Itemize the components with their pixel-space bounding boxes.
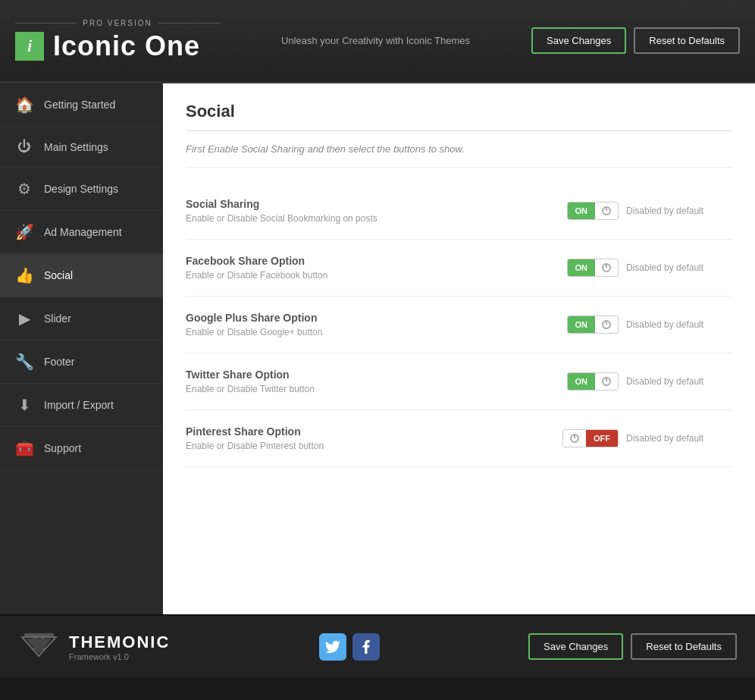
toggle-on-btn-pin[interactable] [563, 430, 586, 447]
pro-version-bar: PRO VERSION [15, 19, 220, 27]
logo-area: PRO VERSION i Iconic One [15, 19, 220, 62]
pro-line-left [15, 23, 77, 24]
setting-desc-social-sharing: Enable or Disable Social Bookmarking on … [186, 213, 567, 224]
setting-info-twitter-share: Twitter Share Option Enable or Disable T… [186, 369, 567, 394]
footer: THEMONIC Framework v1.0 Save Changes Res… [0, 614, 755, 677]
toggle-pinterest-share[interactable]: OFF [562, 429, 619, 447]
sidebar-item-footer[interactable]: 🔧 Footer [0, 341, 163, 384]
home-icon: 🏠 [15, 96, 33, 114]
sidebar-item-support[interactable]: 🧰 Support [0, 427, 163, 470]
footer-brand-name: THEMONIC [69, 633, 170, 652]
twitter-icon [325, 641, 340, 653]
header-save-button[interactable]: Save Changes [531, 27, 626, 54]
sidebar-label-getting-started: Getting Started [44, 99, 115, 111]
setting-name-facebook-share: Facebook Share Option [186, 255, 567, 267]
content-inner: Social First Enable Social Sharing and t… [163, 83, 755, 614]
setting-control-facebook-share: ON Disabled by default [567, 259, 718, 277]
setting-name-pinterest-share: Pinterest Share Option [186, 425, 562, 438]
setting-control-twitter-share: ON Disabled by default [567, 372, 718, 391]
footer-version-label: Framework v1.0 [69, 652, 170, 661]
main-layout: 🏠 Getting Started ⏻ Main Settings ⚙ Desi… [0, 83, 755, 614]
setting-control-social-sharing: ON Disabled by default [567, 202, 718, 220]
sidebar-item-social[interactable]: 👍 Social [0, 254, 163, 297]
setting-row-twitter-share: Twitter Share Option Enable or Disable T… [186, 353, 732, 410]
power-off-icon [601, 206, 612, 216]
power-icon: ⏻ [15, 139, 33, 155]
toggle-off-btn-gp[interactable] [595, 316, 618, 333]
setting-name-twitter-share: Twitter Share Option [186, 369, 567, 381]
toggle-off-btn-tw[interactable] [595, 373, 618, 390]
toggle-on-label[interactable]: ON [568, 202, 596, 219]
facebook-icon [362, 640, 370, 654]
footer-reset-button[interactable]: Reset to Defaults [631, 633, 737, 660]
page-subtitle: First Enable Social Sharing and then sel… [186, 143, 732, 168]
setting-default-google-plus-share: Disabled by default [626, 319, 717, 330]
footer-buttons: Save Changes Reset to Defaults [528, 633, 737, 660]
setting-control-pinterest-share: OFF Disabled by default [562, 429, 717, 447]
setting-info-pinterest-share: Pinterest Share Option Enable or Disable… [186, 425, 562, 451]
play-icon: ▶ [15, 309, 33, 328]
toggle-twitter-share[interactable]: ON [567, 372, 619, 391]
header-tagline: Unleash your Creativity with Iconic Them… [281, 35, 470, 46]
header-reset-button[interactable]: Reset to Defaults [634, 27, 740, 54]
toggle-off-label-pin[interactable]: OFF [586, 430, 618, 447]
setting-desc-pinterest-share: Enable or Disable Pinterest button [186, 441, 562, 451]
pro-version-label: PRO VERSION [77, 19, 158, 27]
power-off-icon-gp [601, 319, 612, 330]
logo-text: Iconic One [53, 30, 200, 62]
sidebar-label-support: Support [44, 442, 81, 454]
header-buttons: Save Changes Reset to Defaults [531, 27, 740, 54]
power-off-icon-fb [601, 262, 612, 273]
sidebar: 🏠 Getting Started ⏻ Main Settings ⚙ Desi… [0, 83, 163, 614]
toggle-on-label-fb[interactable]: ON [568, 259, 596, 276]
setting-name-google-plus-share: Google Plus Share Option [186, 312, 567, 324]
sidebar-label-footer: Footer [44, 356, 74, 368]
setting-control-google-plus-share: ON Disabled by default [567, 315, 718, 334]
page-title: Social [186, 102, 732, 131]
toggle-off-btn[interactable] [595, 202, 618, 219]
setting-desc-twitter-share: Enable or Disable Twitter button [186, 384, 567, 394]
toggle-social-sharing[interactable]: ON [567, 202, 619, 220]
import-icon: ⬇ [15, 396, 33, 414]
sidebar-item-ad-management[interactable]: 🚀 Ad Management [0, 211, 163, 254]
toggle-off-btn-fb[interactable] [595, 259, 618, 276]
setting-desc-facebook-share: Enable or Disable Facebook button [186, 270, 567, 281]
setting-info-social-sharing: Social Sharing Enable or Disable Social … [186, 198, 567, 224]
content-area: Social First Enable Social Sharing and t… [163, 83, 755, 614]
footer-logo-icon [18, 629, 60, 664]
toggle-on-label-gp[interactable]: ON [568, 316, 596, 333]
sidebar-label-ad-management: Ad Management [44, 226, 122, 238]
support-icon: 🧰 [15, 439, 33, 457]
sidebar-item-design-settings[interactable]: ⚙ Design Settings [0, 168, 163, 211]
logo-row: i Iconic One [15, 30, 200, 62]
toggle-on-label-tw[interactable]: ON [568, 373, 596, 390]
setting-default-facebook-share: Disabled by default [626, 262, 717, 273]
thumbsup-icon: 👍 [15, 266, 33, 284]
sidebar-item-slider[interactable]: ▶ Slider [0, 297, 163, 341]
footer-social-links [319, 633, 380, 661]
setting-info-facebook-share: Facebook Share Option Enable or Disable … [186, 255, 567, 281]
logo-icon: i [15, 32, 44, 61]
footer-logo: THEMONIC Framework v1.0 [18, 629, 170, 664]
toggle-facebook-share[interactable]: ON [567, 259, 619, 277]
gear-icon: ⚙ [15, 180, 33, 198]
setting-default-twitter-share: Disabled by default [626, 376, 717, 387]
facebook-social-link[interactable] [352, 633, 380, 661]
setting-row-pinterest-share: Pinterest Share Option Enable or Disable… [186, 410, 732, 467]
sidebar-item-getting-started[interactable]: 🏠 Getting Started [0, 83, 163, 127]
setting-default-pinterest-share: Disabled by default [626, 433, 717, 444]
setting-row-facebook-share: Facebook Share Option Enable or Disable … [186, 240, 732, 297]
setting-default-social-sharing: Disabled by default [626, 206, 717, 216]
sidebar-label-design-settings: Design Settings [44, 183, 118, 195]
setting-row-google-plus-share: Google Plus Share Option Enable or Disab… [186, 297, 732, 353]
sidebar-item-import-export[interactable]: ⬇ Import / Export [0, 384, 163, 427]
footer-save-button[interactable]: Save Changes [528, 633, 623, 660]
sidebar-item-main-settings[interactable]: ⏻ Main Settings [0, 127, 163, 168]
sidebar-label-main-settings: Main Settings [44, 141, 108, 153]
setting-row-social-sharing: Social Sharing Enable or Disable Social … [186, 183, 732, 240]
pro-line-right [158, 23, 220, 24]
power-off-icon-tw [601, 376, 612, 387]
toggle-google-plus-share[interactable]: ON [567, 315, 619, 334]
sidebar-label-slider: Slider [44, 312, 71, 325]
twitter-social-link[interactable] [319, 633, 346, 661]
